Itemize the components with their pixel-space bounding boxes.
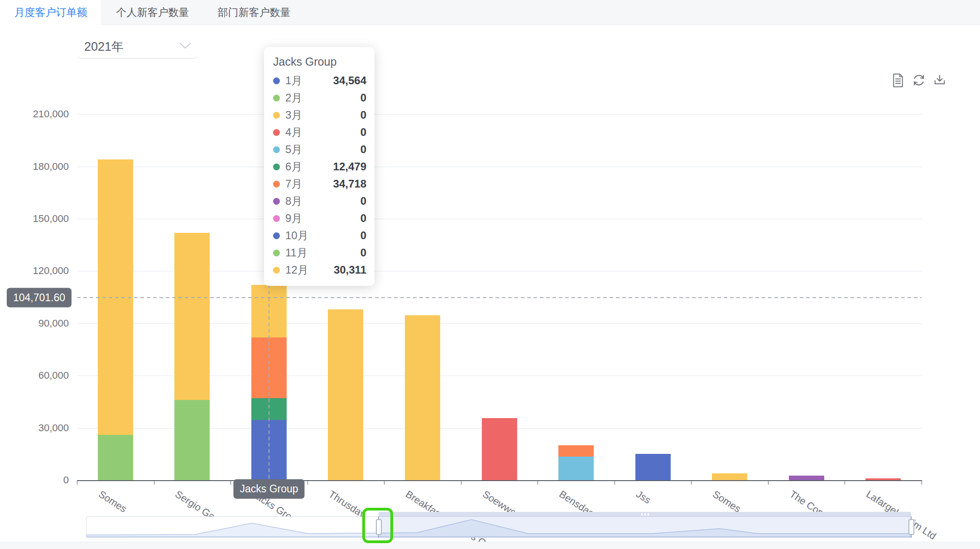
tooltip-row: 7月34,718 — [272, 175, 366, 193]
tooltip-value: 0 — [360, 229, 366, 242]
gridline — [77, 219, 922, 219]
tooltip-row: 2月0 — [272, 89, 366, 106]
tooltip-month-label: 12月 — [285, 263, 308, 277]
restore-button[interactable] — [912, 73, 926, 89]
x-axis-category-label: Thrusday — [327, 488, 368, 521]
x-axis-tick — [231, 481, 231, 485]
bar-segment[interactable] — [174, 233, 210, 400]
save-image-button[interactable] — [933, 73, 946, 89]
series-color-dot — [273, 95, 280, 101]
tooltip-month-label: 1月 — [285, 73, 302, 88]
y-axis-label: 30,000 — [0, 422, 69, 434]
y-axis-label: 210,000 — [0, 108, 69, 120]
bar-segment[interactable] — [482, 418, 517, 480]
tooltip-month-label: 7月 — [285, 177, 302, 191]
bar-segment[interactable] — [174, 400, 210, 480]
datazoom-grip-icon[interactable] — [641, 513, 649, 515]
tooltip-value: 0 — [360, 212, 366, 225]
x-axis-tick — [615, 481, 615, 485]
tooltip-value: 0 — [360, 109, 366, 121]
tooltip-row: 4月0 — [272, 124, 366, 141]
year-select-value: 2021年 — [84, 39, 124, 55]
tab-monthly-order-amount[interactable]: 月度客户订单额 — [0, 0, 102, 25]
x-axis-tick — [154, 481, 154, 485]
series-color-dot — [273, 198, 280, 205]
datazoom-left-handle[interactable] — [376, 519, 382, 535]
y-axis-label: 0 — [0, 474, 69, 486]
x-axis-tick — [307, 481, 308, 485]
chart-tooltip: Jacks Group 1月34,5642月03月04月05月06月12,479… — [264, 47, 375, 286]
tooltip-value: 34,718 — [333, 178, 366, 190]
tooltip-month-label: 6月 — [285, 159, 302, 174]
tooltip-row: 9月0 — [272, 210, 366, 227]
tooltip-row: 3月0 — [272, 106, 366, 124]
page-footer-strip — [0, 542, 980, 549]
y-axis-label: 90,000 — [0, 318, 69, 329]
bar-segment[interactable] — [558, 445, 594, 457]
series-color-dot — [273, 129, 280, 136]
data-view-icon — [892, 73, 904, 89]
series-color-dot — [273, 250, 280, 256]
series-color-dot — [273, 164, 280, 170]
tooltip-value: 30,311 — [334, 264, 366, 276]
series-color-dot — [273, 77, 280, 84]
tooltip-month-label: 11月 — [285, 246, 307, 260]
bar-chart: 030,00060,00090,000120,000150,000180,000… — [0, 0, 980, 549]
tooltip-row: 6月12,479 — [272, 158, 366, 175]
tooltip-row: 12月30,311 — [272, 261, 366, 279]
series-color-dot — [273, 181, 280, 188]
datazoom-right-handle[interactable] — [908, 519, 914, 535]
bar-segment[interactable] — [328, 309, 363, 480]
tooltip-month-label: 4月 — [285, 125, 302, 140]
x-axis-tick — [768, 481, 769, 485]
tooltip-value: 0 — [360, 92, 366, 104]
year-select[interactable]: 2021年 — [77, 35, 198, 59]
tooltip-month-label: 3月 — [285, 108, 302, 122]
data-view-button[interactable] — [891, 73, 905, 89]
axis-pointer-category-label: Jacks Group — [233, 479, 304, 499]
y-axis-label: 120,000 — [0, 265, 69, 277]
tooltip-row: 8月0 — [272, 193, 366, 210]
datazoom-selected-range[interactable] — [379, 516, 911, 538]
chart-toolbox — [891, 73, 946, 89]
x-axis-line — [77, 480, 922, 481]
tooltip-value: 0 — [360, 126, 366, 139]
tooltip-row: 11月0 — [272, 244, 366, 261]
gridline — [77, 167, 922, 167]
tooltip-value: 0 — [360, 246, 366, 259]
x-axis-tick — [77, 481, 77, 485]
tooltip-row: 5月0 — [272, 141, 366, 158]
bar-segment[interactable] — [405, 315, 440, 480]
refresh-icon — [912, 73, 926, 89]
tooltip-month-label: 5月 — [285, 142, 302, 157]
x-axis-tick — [691, 481, 692, 485]
tooltip-row: 1月34,564 — [272, 72, 366, 89]
series-color-dot — [273, 215, 280, 222]
tab-bar: 月度客户订单额 个人新客户数量 部门新客户数量 — [0, 0, 980, 25]
x-axis-tick — [845, 481, 845, 485]
tooltip-title: Jacks Group — [273, 55, 366, 68]
bar-segment[interactable] — [789, 476, 824, 480]
bar-segment[interactable] — [635, 454, 671, 480]
x-axis-category-label: Jss — [634, 488, 653, 506]
series-color-dot — [273, 232, 280, 239]
x-axis-tick — [384, 481, 384, 485]
series-color-dot — [273, 146, 280, 153]
tooltip-month-label: 8月 — [285, 194, 302, 208]
bar-segment[interactable] — [98, 435, 133, 480]
tab-department-new-customers[interactable]: 部门新客户数量 — [203, 0, 305, 24]
tooltip-month-label: 2月 — [285, 91, 302, 105]
y-axis-label: 180,000 — [0, 161, 69, 173]
monthly-customer-order-page: 月度客户订单额 个人新客户数量 部门新客户数量 2021年 — [0, 0, 980, 549]
series-color-dot — [273, 112, 280, 119]
chevron-down-icon — [179, 43, 191, 51]
series-color-dot — [273, 267, 280, 274]
axis-pointer-hline — [77, 297, 922, 298]
tab-personal-new-customers[interactable]: 个人新客户数量 — [102, 0, 203, 24]
download-icon — [933, 73, 946, 89]
bar-segment[interactable] — [558, 457, 594, 480]
tooltip-value: 34,564 — [333, 74, 366, 87]
bar-segment[interactable] — [712, 473, 747, 480]
x-axis-tick — [538, 481, 538, 485]
x-axis-tick — [922, 481, 922, 485]
